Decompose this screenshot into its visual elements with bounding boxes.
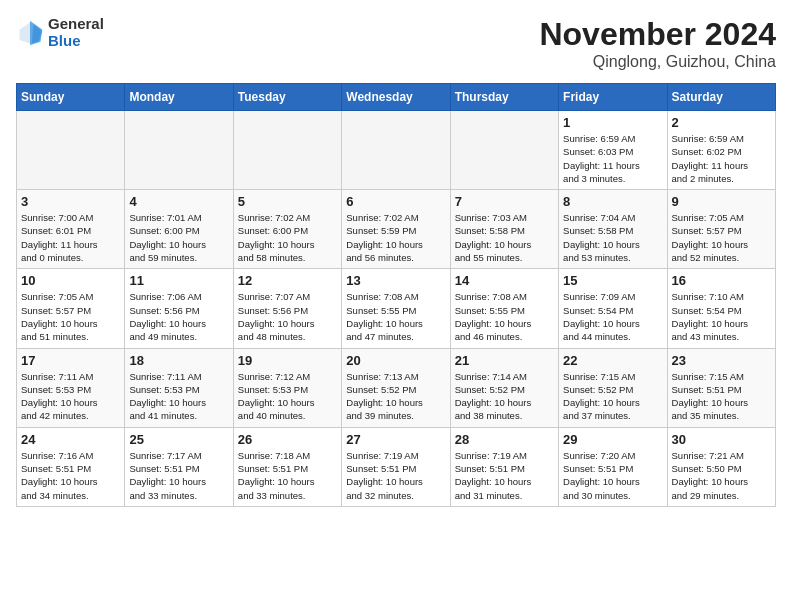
day-number: 9 (672, 194, 771, 209)
calendar-cell (450, 111, 558, 190)
calendar-cell: 28Sunrise: 7:19 AM Sunset: 5:51 PM Dayli… (450, 427, 558, 506)
calendar-cell: 2Sunrise: 6:59 AM Sunset: 6:02 PM Daylig… (667, 111, 775, 190)
day-info: Sunrise: 7:04 AM Sunset: 5:58 PM Dayligh… (563, 211, 662, 264)
calendar-cell: 30Sunrise: 7:21 AM Sunset: 5:50 PM Dayli… (667, 427, 775, 506)
calendar-cell: 18Sunrise: 7:11 AM Sunset: 5:53 PM Dayli… (125, 348, 233, 427)
day-number: 17 (21, 353, 120, 368)
day-info: Sunrise: 6:59 AM Sunset: 6:02 PM Dayligh… (672, 132, 771, 185)
weekday-row: SundayMondayTuesdayWednesdayThursdayFrid… (17, 84, 776, 111)
day-info: Sunrise: 7:02 AM Sunset: 5:59 PM Dayligh… (346, 211, 445, 264)
day-info: Sunrise: 7:05 AM Sunset: 5:57 PM Dayligh… (21, 290, 120, 343)
day-number: 13 (346, 273, 445, 288)
day-number: 23 (672, 353, 771, 368)
title-section: November 2024 Qinglong, Guizhou, China (539, 16, 776, 71)
weekday-header: Tuesday (233, 84, 341, 111)
calendar-cell (17, 111, 125, 190)
day-info: Sunrise: 7:05 AM Sunset: 5:57 PM Dayligh… (672, 211, 771, 264)
svg-marker-2 (30, 20, 42, 45)
weekday-header: Thursday (450, 84, 558, 111)
calendar-cell: 9Sunrise: 7:05 AM Sunset: 5:57 PM Daylig… (667, 190, 775, 269)
day-info: Sunrise: 7:21 AM Sunset: 5:50 PM Dayligh… (672, 449, 771, 502)
header: General Blue November 2024 Qinglong, Gui… (16, 16, 776, 71)
day-info: Sunrise: 7:09 AM Sunset: 5:54 PM Dayligh… (563, 290, 662, 343)
weekday-header: Friday (559, 84, 667, 111)
calendar-cell: 8Sunrise: 7:04 AM Sunset: 5:58 PM Daylig… (559, 190, 667, 269)
day-info: Sunrise: 7:11 AM Sunset: 5:53 PM Dayligh… (21, 370, 120, 423)
calendar-week: 24Sunrise: 7:16 AM Sunset: 5:51 PM Dayli… (17, 427, 776, 506)
day-number: 26 (238, 432, 337, 447)
logo-icon (16, 19, 44, 47)
day-number: 15 (563, 273, 662, 288)
day-number: 3 (21, 194, 120, 209)
calendar-week: 17Sunrise: 7:11 AM Sunset: 5:53 PM Dayli… (17, 348, 776, 427)
day-info: Sunrise: 7:12 AM Sunset: 5:53 PM Dayligh… (238, 370, 337, 423)
calendar-table: SundayMondayTuesdayWednesdayThursdayFrid… (16, 83, 776, 507)
day-info: Sunrise: 7:14 AM Sunset: 5:52 PM Dayligh… (455, 370, 554, 423)
day-number: 5 (238, 194, 337, 209)
day-info: Sunrise: 7:16 AM Sunset: 5:51 PM Dayligh… (21, 449, 120, 502)
day-number: 20 (346, 353, 445, 368)
logo: General Blue (16, 16, 104, 49)
calendar-cell: 4Sunrise: 7:01 AM Sunset: 6:00 PM Daylig… (125, 190, 233, 269)
day-info: Sunrise: 7:19 AM Sunset: 5:51 PM Dayligh… (346, 449, 445, 502)
day-number: 28 (455, 432, 554, 447)
weekday-header: Wednesday (342, 84, 450, 111)
calendar-cell: 10Sunrise: 7:05 AM Sunset: 5:57 PM Dayli… (17, 269, 125, 348)
calendar-cell: 24Sunrise: 7:16 AM Sunset: 5:51 PM Dayli… (17, 427, 125, 506)
day-info: Sunrise: 7:01 AM Sunset: 6:00 PM Dayligh… (129, 211, 228, 264)
logo-text: General Blue (48, 16, 104, 49)
calendar-cell: 13Sunrise: 7:08 AM Sunset: 5:55 PM Dayli… (342, 269, 450, 348)
day-info: Sunrise: 7:15 AM Sunset: 5:52 PM Dayligh… (563, 370, 662, 423)
day-info: Sunrise: 7:15 AM Sunset: 5:51 PM Dayligh… (672, 370, 771, 423)
calendar-cell: 12Sunrise: 7:07 AM Sunset: 5:56 PM Dayli… (233, 269, 341, 348)
calendar-cell (233, 111, 341, 190)
calendar-body: 1Sunrise: 6:59 AM Sunset: 6:03 PM Daylig… (17, 111, 776, 507)
calendar-cell: 5Sunrise: 7:02 AM Sunset: 6:00 PM Daylig… (233, 190, 341, 269)
day-info: Sunrise: 7:19 AM Sunset: 5:51 PM Dayligh… (455, 449, 554, 502)
calendar-cell: 22Sunrise: 7:15 AM Sunset: 5:52 PM Dayli… (559, 348, 667, 427)
day-info: Sunrise: 7:13 AM Sunset: 5:52 PM Dayligh… (346, 370, 445, 423)
calendar-cell (342, 111, 450, 190)
calendar-cell: 23Sunrise: 7:15 AM Sunset: 5:51 PM Dayli… (667, 348, 775, 427)
day-number: 16 (672, 273, 771, 288)
calendar-cell: 1Sunrise: 6:59 AM Sunset: 6:03 PM Daylig… (559, 111, 667, 190)
day-number: 6 (346, 194, 445, 209)
calendar-header: SundayMondayTuesdayWednesdayThursdayFrid… (17, 84, 776, 111)
day-number: 22 (563, 353, 662, 368)
weekday-header: Saturday (667, 84, 775, 111)
day-info: Sunrise: 7:08 AM Sunset: 5:55 PM Dayligh… (346, 290, 445, 343)
calendar-cell: 20Sunrise: 7:13 AM Sunset: 5:52 PM Dayli… (342, 348, 450, 427)
day-info: Sunrise: 7:00 AM Sunset: 6:01 PM Dayligh… (21, 211, 120, 264)
day-info: Sunrise: 7:03 AM Sunset: 5:58 PM Dayligh… (455, 211, 554, 264)
calendar-cell (125, 111, 233, 190)
day-number: 2 (672, 115, 771, 130)
day-info: Sunrise: 7:17 AM Sunset: 5:51 PM Dayligh… (129, 449, 228, 502)
calendar-cell: 27Sunrise: 7:19 AM Sunset: 5:51 PM Dayli… (342, 427, 450, 506)
day-info: Sunrise: 7:07 AM Sunset: 5:56 PM Dayligh… (238, 290, 337, 343)
day-number: 21 (455, 353, 554, 368)
calendar-cell: 26Sunrise: 7:18 AM Sunset: 5:51 PM Dayli… (233, 427, 341, 506)
calendar-cell: 3Sunrise: 7:00 AM Sunset: 6:01 PM Daylig… (17, 190, 125, 269)
day-info: Sunrise: 7:08 AM Sunset: 5:55 PM Dayligh… (455, 290, 554, 343)
calendar-week: 1Sunrise: 6:59 AM Sunset: 6:03 PM Daylig… (17, 111, 776, 190)
day-info: Sunrise: 7:11 AM Sunset: 5:53 PM Dayligh… (129, 370, 228, 423)
logo-general: General (48, 16, 104, 33)
calendar-cell: 11Sunrise: 7:06 AM Sunset: 5:56 PM Dayli… (125, 269, 233, 348)
calendar-cell: 21Sunrise: 7:14 AM Sunset: 5:52 PM Dayli… (450, 348, 558, 427)
calendar-week: 3Sunrise: 7:00 AM Sunset: 6:01 PM Daylig… (17, 190, 776, 269)
day-number: 14 (455, 273, 554, 288)
day-number: 1 (563, 115, 662, 130)
day-number: 30 (672, 432, 771, 447)
weekday-header: Monday (125, 84, 233, 111)
day-number: 18 (129, 353, 228, 368)
calendar-cell: 17Sunrise: 7:11 AM Sunset: 5:53 PM Dayli… (17, 348, 125, 427)
day-number: 12 (238, 273, 337, 288)
day-number: 19 (238, 353, 337, 368)
day-info: Sunrise: 7:20 AM Sunset: 5:51 PM Dayligh… (563, 449, 662, 502)
calendar-cell: 6Sunrise: 7:02 AM Sunset: 5:59 PM Daylig… (342, 190, 450, 269)
month-title: November 2024 (539, 16, 776, 53)
day-number: 8 (563, 194, 662, 209)
calendar-cell: 7Sunrise: 7:03 AM Sunset: 5:58 PM Daylig… (450, 190, 558, 269)
calendar-cell: 16Sunrise: 7:10 AM Sunset: 5:54 PM Dayli… (667, 269, 775, 348)
day-number: 11 (129, 273, 228, 288)
